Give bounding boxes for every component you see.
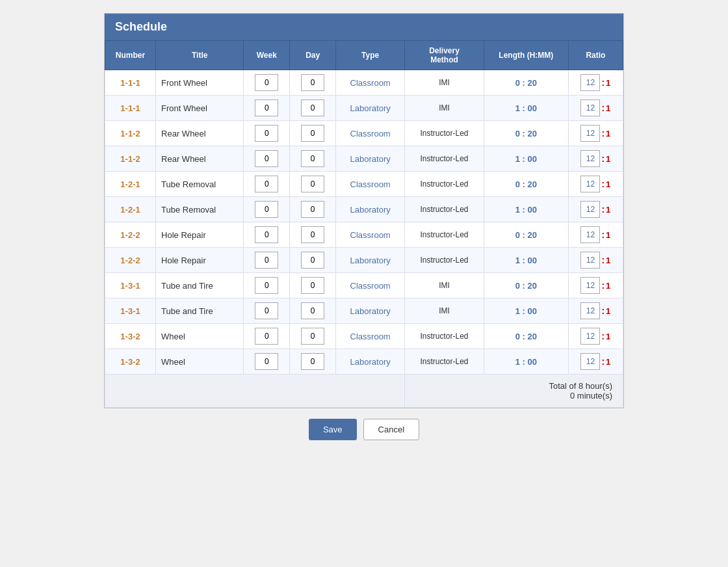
day-input[interactable] (301, 74, 324, 91)
cell-week[interactable] (244, 146, 290, 172)
day-input[interactable] (301, 328, 324, 345)
ratio-left-input[interactable] (580, 328, 600, 345)
cell-type: Classroom (336, 172, 405, 197)
ratio-colon: : (601, 179, 604, 189)
cell-type: Laboratory (336, 349, 405, 375)
day-input[interactable] (301, 302, 324, 319)
cell-number: 1-3-1 (105, 298, 156, 324)
table-row: 1-3-1 Tube and Tire Classroom IMI 0 : 20… (105, 273, 623, 298)
table-row: 1-1-2 Rear Wheel Laboratory Instructor-L… (105, 146, 623, 172)
week-input[interactable] (255, 226, 278, 243)
ratio-right: 1 (606, 179, 610, 189)
week-input[interactable] (255, 252, 278, 269)
cell-number: 1-2-1 (105, 172, 156, 197)
cell-ratio: : 1 (568, 273, 623, 298)
day-input[interactable] (301, 277, 324, 294)
day-input[interactable] (301, 353, 324, 370)
ratio-colon: : (601, 204, 604, 215)
table-row: 1-2-1 Tube Removal Classroom Instructor-… (105, 172, 623, 197)
day-input[interactable] (301, 125, 324, 142)
save-button[interactable]: Save (309, 419, 357, 440)
cell-day[interactable] (290, 273, 336, 298)
day-input[interactable] (301, 201, 324, 218)
day-input[interactable] (301, 226, 324, 243)
cell-title: Wheel (156, 324, 244, 349)
cell-ratio: : 1 (568, 298, 623, 324)
ratio-left-input[interactable] (580, 353, 600, 370)
button-row: Save Cancel (309, 419, 419, 440)
ratio-left-input[interactable] (580, 252, 600, 269)
cell-title: Rear Wheel (156, 121, 244, 146)
col-ratio: Ratio (568, 41, 623, 70)
ratio-right: 1 (606, 281, 610, 291)
cell-delivery: IMI (405, 70, 484, 96)
ratio-left-input[interactable] (580, 150, 600, 167)
ratio-left-input[interactable] (580, 74, 600, 91)
cell-week[interactable] (244, 222, 290, 248)
cell-day[interactable] (290, 349, 336, 375)
cell-day[interactable] (290, 197, 336, 222)
ratio-right: 1 (606, 230, 610, 240)
week-input[interactable] (255, 99, 278, 116)
cell-day[interactable] (290, 248, 336, 273)
ratio-right: 1 (606, 103, 610, 113)
cell-day[interactable] (290, 96, 336, 121)
col-number: Number (105, 41, 156, 70)
cell-week[interactable] (244, 324, 290, 349)
cell-delivery: Instructor-Led (405, 248, 484, 273)
cell-day[interactable] (290, 121, 336, 146)
cell-week[interactable] (244, 197, 290, 222)
cell-title: Tube Removal (156, 172, 244, 197)
cell-day[interactable] (290, 146, 336, 172)
cell-week[interactable] (244, 121, 290, 146)
day-input[interactable] (301, 99, 324, 116)
ratio-left-input[interactable] (580, 125, 600, 142)
cell-day[interactable] (290, 172, 336, 197)
cell-delivery: Instructor-Led (405, 146, 484, 172)
day-input[interactable] (301, 150, 324, 167)
cell-type: Laboratory (336, 298, 405, 324)
ratio-colon: : (601, 306, 604, 316)
ratio-left-input[interactable] (580, 302, 600, 319)
cell-week[interactable] (244, 96, 290, 121)
cell-type: Laboratory (336, 146, 405, 172)
ratio-left-input[interactable] (580, 277, 600, 294)
week-input[interactable] (255, 125, 278, 142)
cell-ratio: : 1 (568, 96, 623, 121)
cell-week[interactable] (244, 298, 290, 324)
cell-length: 1 : 00 (484, 248, 568, 273)
cell-week[interactable] (244, 349, 290, 375)
cell-day[interactable] (290, 298, 336, 324)
day-input[interactable] (301, 252, 324, 269)
week-input[interactable] (255, 74, 278, 91)
cell-type: Classroom (336, 121, 405, 146)
ratio-left-input[interactable] (580, 176, 600, 192)
cell-week[interactable] (244, 273, 290, 298)
ratio-left-input[interactable] (580, 99, 600, 116)
week-input[interactable] (255, 150, 278, 167)
table-header-row: Number Title Week Day Type DeliveryMetho… (105, 41, 623, 70)
cell-week[interactable] (244, 70, 290, 96)
week-input[interactable] (255, 176, 278, 192)
col-type: Type (336, 41, 405, 70)
cell-week[interactable] (244, 248, 290, 273)
cancel-button[interactable]: Cancel (363, 419, 419, 440)
cell-number: 1-1-2 (105, 121, 156, 146)
cell-day[interactable] (290, 70, 336, 96)
cell-week[interactable] (244, 172, 290, 197)
day-input[interactable] (301, 176, 324, 192)
week-input[interactable] (255, 201, 278, 218)
table-row: 1-2-1 Tube Removal Laboratory Instructor… (105, 197, 623, 222)
cell-day[interactable] (290, 222, 336, 248)
week-input[interactable] (255, 328, 278, 345)
cell-title: Front Wheel (156, 70, 244, 96)
cell-day[interactable] (290, 324, 336, 349)
ratio-left-input[interactable] (580, 226, 600, 243)
cell-number: 1-1-2 (105, 146, 156, 172)
ratio-left-input[interactable] (580, 201, 600, 218)
week-input[interactable] (255, 353, 278, 370)
cell-number: 1-2-2 (105, 222, 156, 248)
cell-number: 1-3-2 (105, 349, 156, 375)
week-input[interactable] (255, 302, 278, 319)
week-input[interactable] (255, 277, 278, 294)
